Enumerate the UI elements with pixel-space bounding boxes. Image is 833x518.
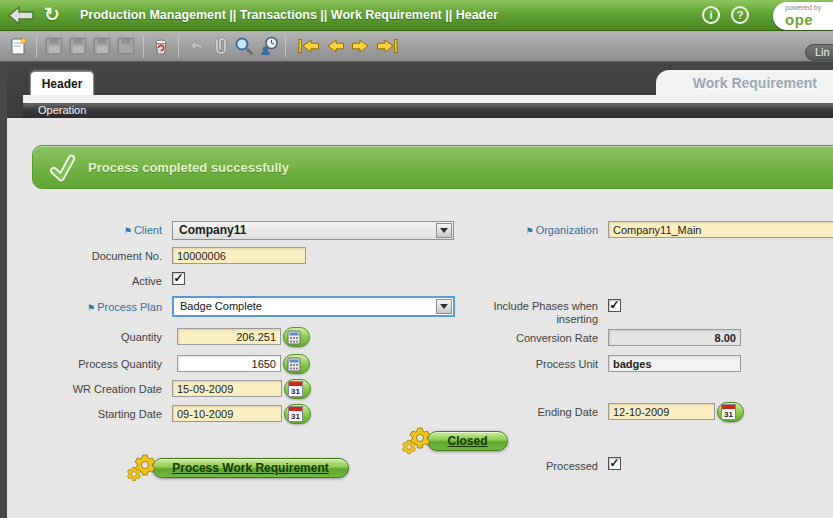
- client-dropdown-button[interactable]: [436, 223, 452, 238]
- tab-header[interactable]: Header: [30, 71, 94, 96]
- first-record-icon[interactable]: [297, 34, 321, 58]
- linked-items-button[interactable]: Lin: [805, 44, 833, 61]
- previous-record-icon[interactable]: [323, 34, 347, 58]
- wr-creation-date-label: WR Creation Date: [12, 383, 162, 396]
- process-plan-dropdown-button[interactable]: [436, 299, 452, 314]
- last-record-icon[interactable]: [375, 34, 399, 58]
- conversion-rate-input: [608, 329, 741, 346]
- process-plan-select[interactable]: Badge Complete: [172, 296, 455, 317]
- breadcrumb: Production Management || Transactions ||…: [80, 0, 498, 31]
- save-icon[interactable]: [90, 34, 114, 58]
- quantity-calculator-button[interactable]: [283, 327, 310, 347]
- process-quantity-calculator-button[interactable]: [283, 354, 310, 374]
- active-label: Active: [12, 275, 162, 288]
- toolbar: Lin: [0, 31, 833, 62]
- processed-label: Processed: [468, 460, 598, 473]
- document-no-input[interactable]: [172, 247, 306, 264]
- undo-icon[interactable]: [184, 34, 208, 58]
- chevron-down-icon: [440, 228, 448, 233]
- starting-date-calendar-button[interactable]: 31: [284, 404, 311, 424]
- document-no-label: Document No.: [12, 250, 162, 263]
- save-and-new-icon[interactable]: [42, 34, 66, 58]
- record-navigation: [297, 34, 399, 58]
- window-title: Work Requirement: [656, 70, 833, 96]
- process-plan-label: ⚑Process Plan: [12, 301, 162, 315]
- calendar-icon: 31: [721, 404, 736, 420]
- process-quantity-input[interactable]: [177, 355, 281, 372]
- work-requirement-window: ↻ Production Management || Transactions …: [0, 0, 833, 518]
- save-and-close-icon[interactable]: [114, 34, 138, 58]
- calendar-icon: 31: [288, 406, 303, 422]
- client-select[interactable]: Company11: [172, 221, 454, 240]
- save-and-stay-icon[interactable]: [66, 34, 90, 58]
- include-phases-checkbox[interactable]: ✓: [608, 299, 621, 312]
- process-quantity-label: Process Quantity: [12, 358, 162, 371]
- organization-label: ⚑Organization: [468, 224, 598, 238]
- organization-input[interactable]: [608, 221, 833, 238]
- starting-date-input[interactable]: [172, 405, 282, 422]
- processed-checkbox[interactable]: ✓: [608, 457, 621, 470]
- title-bar: ↻ Production Management || Transactions …: [0, 0, 833, 31]
- toolbar-separator: [143, 35, 144, 57]
- gear-icon: [401, 439, 417, 455]
- calculator-icon: [287, 357, 301, 372]
- process-plan-value: Badge Complete: [180, 298, 262, 315]
- next-record-icon[interactable]: [349, 34, 373, 58]
- conversion-rate-label: Conversion Rate: [468, 332, 598, 345]
- success-banner: Process completed successfully: [32, 145, 833, 189]
- client-value: Company11: [179, 222, 246, 239]
- closed-button-label: Closed: [447, 434, 487, 448]
- field-link-icon: ⚑: [526, 226, 534, 236]
- quantity-input[interactable]: [177, 328, 281, 345]
- toolbar-separator: [285, 35, 286, 57]
- info-icon[interactable]: i: [702, 6, 720, 24]
- success-check-icon: [46, 152, 79, 185]
- audit-history-icon[interactable]: [256, 34, 280, 58]
- include-phases-label: Include Phases when inserting: [468, 300, 598, 326]
- refresh-icon[interactable]: ↻: [44, 3, 60, 26]
- toolbar-separator: [36, 35, 37, 57]
- gear-icon: [126, 466, 142, 482]
- delete-icon[interactable]: [149, 34, 173, 58]
- field-link-icon: ⚑: [124, 226, 132, 236]
- openbravo-logo: powered by ope: [773, 2, 833, 30]
- wr-creation-date-input[interactable]: [172, 380, 282, 397]
- calculator-icon: [287, 330, 301, 345]
- closed-button[interactable]: Closed: [427, 431, 508, 451]
- active-checkbox[interactable]: ✓: [172, 272, 185, 285]
- search-icon[interactable]: [232, 34, 256, 58]
- wr-creation-date-calendar-button[interactable]: 31: [284, 379, 311, 399]
- attachment-icon[interactable]: [208, 34, 232, 58]
- back-icon[interactable]: [8, 6, 34, 25]
- client-label: ⚑Client: [12, 224, 162, 238]
- process-unit-label: Process Unit: [468, 358, 598, 371]
- window-left-edge: [0, 62, 7, 518]
- toolbar-separator: [178, 35, 179, 57]
- new-record-icon[interactable]: [7, 34, 31, 58]
- ending-date-label: Ending Date: [468, 406, 598, 419]
- starting-date-label: Starting Date: [12, 408, 162, 421]
- tab-operation[interactable]: Operation: [23, 103, 833, 118]
- success-message: Process completed successfully: [88, 146, 289, 190]
- process-work-requirement-button[interactable]: Process Work Requirement: [152, 458, 349, 478]
- calendar-icon: 31: [288, 381, 303, 397]
- field-link-icon: ⚑: [87, 303, 95, 313]
- quantity-label: Quantity: [12, 331, 162, 344]
- page-top-strip: [23, 95, 833, 103]
- process-unit-input: [608, 355, 741, 372]
- chevron-down-icon: [440, 304, 448, 309]
- brand-label: ope: [785, 12, 833, 27]
- help-icon[interactable]: ?: [731, 6, 749, 24]
- ending-date-input[interactable]: [608, 403, 715, 420]
- ending-date-calendar-button[interactable]: 31: [717, 402, 744, 422]
- process-work-requirement-label: Process Work Requirement: [172, 461, 329, 475]
